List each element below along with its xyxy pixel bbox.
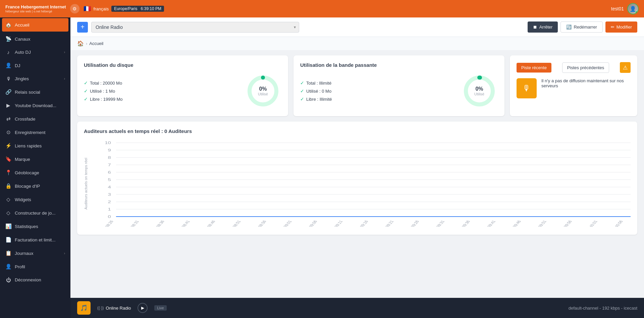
jingles-icon: 🎙 [5, 76, 11, 82]
restart-label: Redémarrer [574, 25, 597, 30]
disk-free-label: Libre : 19999 Mo [90, 97, 123, 102]
sidebar-item-accueil[interactable]: 🏠 Accueil [2, 18, 68, 32]
sidebar-item-jingles[interactable]: 🎙 Jingles › [0, 72, 70, 85]
svg-text:2023/07/30 18:38:46: 2023/07/30 18:38:46 [191, 220, 216, 227]
check-circle-icon: ✓ [84, 80, 88, 86]
sidebar-item-label: Facturation et limit... [15, 237, 56, 242]
sidebar-item-label: Marque [15, 157, 30, 162]
deconnexion-icon: ⏻ [5, 277, 11, 283]
sidebar-item-label: Enregistrement [15, 130, 46, 135]
disk-total: ✓ Total : 20000 Mo [84, 80, 123, 86]
sidebar-item-label: Jingles [15, 76, 29, 81]
sidebar-item-label: Accueil [15, 22, 30, 28]
sidebar-item-journaux[interactable]: 📋 Journaux › [0, 246, 70, 260]
sidebar-item-label: Journaux [15, 251, 34, 256]
sidebar-item-statistiques[interactable]: 📊 Statistiques [0, 220, 70, 233]
sidebar-item-dj[interactable]: 👤 DJ [0, 59, 70, 72]
bandwidth-total: ✓ Total : Illimité [300, 80, 332, 86]
no-broadcast-message: Il n'y a pas de diffusion maintenant sur… [541, 78, 624, 88]
restart-button[interactable]: 🔄 Redémarrer [560, 21, 602, 33]
sidebar-item-youtube[interactable]: ▶ Youtube Download... [0, 99, 70, 112]
svg-text:2023/07/30 18:38:41: 2023/07/30 18:38:41 [165, 220, 191, 227]
stop-icon: ⏹ [533, 25, 537, 30]
player-play-button[interactable]: ▶ [138, 303, 148, 313]
svg-text:2023/07/30 18:38:26: 2023/07/30 18:38:26 [91, 220, 114, 227]
language-label: français [94, 6, 109, 11]
topbar: France Hebergement Internet hébergeur si… [0, 0, 644, 17]
disk-used: ✓ Utilisé : 1 Mo [84, 88, 123, 94]
chevron-right-icon: › [64, 50, 65, 54]
add-station-button[interactable]: + [77, 22, 88, 33]
chart-wrapper: 10 9 8 7 6 5 4 3 2 1 0 [91, 139, 631, 228]
player-channel-info: default-channel - 192 kbps - icecast [569, 306, 637, 311]
topbar-info: 🇫🇷 français Europe/Paris 6:39:10 PM [84, 5, 164, 12]
sidebar-item-autodj[interactable]: ♪ Auto DJ › [0, 46, 70, 59]
disk-donut-label: 0% Utilisé [258, 86, 268, 96]
sidebar-item-geoblocage[interactable]: 📍 Géoblocage [0, 166, 70, 179]
sidebar-item-relais[interactable]: 🔗 Relais social [0, 85, 70, 99]
sidebar-item-crossfade[interactable]: ⇄ Crossfade [0, 112, 70, 126]
autodj-icon: ♪ [5, 49, 11, 55]
svg-text:4: 4 [108, 185, 111, 189]
username-label: test01 [611, 6, 624, 11]
svg-text:2023/07/30 18:38:51: 2023/07/30 18:38:51 [216, 220, 241, 227]
bandwidth-card: Utilisation de la bande passante ✓ Total… [293, 55, 504, 116]
disk-usage-title: Utilisation du disque [84, 62, 281, 68]
tab-previous-tracks[interactable]: Pistes précédentes [562, 62, 609, 73]
disk-donut-chart: 0% Utilisé [245, 73, 281, 109]
check-circle-icon: ✓ [300, 96, 304, 102]
bandwidth-free-label: Libre : Illimité [306, 97, 332, 102]
audience-chart-svg: 10 9 8 7 6 5 4 3 2 1 0 [91, 139, 631, 227]
bottom-player: 🎵 ((·)) Online Radio ▶ Live default-chan… [70, 298, 644, 318]
sidebar-item-canaux[interactable]: 📡 Canaux [0, 32, 70, 46]
station-select[interactable]: Online Radio [91, 22, 299, 33]
stop-button[interactable]: ⏹ Arrêter [528, 21, 558, 33]
timezone-text: Europe/Paris [114, 6, 137, 11]
svg-text:2: 2 [108, 200, 111, 204]
geoblocage-icon: 📍 [5, 170, 11, 176]
disk-usage-content: ✓ Total : 20000 Mo ✓ Utilisé : 1 Mo ✓ Li… [84, 73, 281, 109]
chart-container: Auditeurs actuels on temps réel [84, 139, 631, 228]
sidebar-item-label: Widgets [15, 197, 31, 202]
sidebar-item-label: Géoblocage [15, 170, 39, 175]
home-breadcrumb-icon[interactable]: 🏠 [77, 40, 84, 47]
sidebar-item-label: Constructeur de jo... [15, 211, 56, 216]
sidebar-item-label: Youtube Download... [15, 103, 56, 108]
constructeur-icon: ◇ [5, 210, 11, 216]
topbar-right: test01 👤 [611, 3, 639, 14]
svg-text:2023/07/30 18:38:36: 2023/07/30 18:38:36 [140, 220, 165, 227]
svg-text:2023/07/30 18:39:26: 2023/07/30 18:39:26 [395, 220, 420, 227]
journaux-icon: 📋 [5, 250, 11, 256]
check-circle-icon: ✓ [84, 96, 88, 102]
bandwidth-used-label: Utilisé : 0 Mo [306, 89, 331, 94]
svg-text:2023/07/30 18:39:36: 2023/07/30 18:39:36 [446, 220, 471, 227]
sidebar-item-widgets[interactable]: ◇ Widgets [0, 193, 70, 206]
bandwidth-content: ✓ Total : Illimité ✓ Utilisé : 0 Mo ✓ Li… [300, 73, 498, 109]
track-content: 🎙 Il n'y a pas de diffusion maintenant s… [517, 78, 631, 98]
sidebar-item-constructeur[interactable]: ◇ Constructeur de jo... [0, 206, 70, 220]
online-indicator [635, 11, 638, 14]
sidebar-item-blocage-ip[interactable]: 🔒 Blocage d'IP [0, 179, 70, 193]
sidebar-item-label: Canaux [15, 37, 31, 42]
sidebar-item-label: Auto DJ [15, 50, 31, 55]
breadcrumb-current: Accueil [89, 41, 103, 46]
alert-icon[interactable]: ⚠ [620, 62, 631, 73]
enregistrement-icon: ⊙ [5, 129, 11, 135]
tab-recent-track[interactable]: Piste récente [517, 63, 551, 73]
sidebar-item-facturation[interactable]: 📄 Facturation et limit... [0, 233, 70, 246]
sidebar-item-enregistrement[interactable]: ⊙ Enregistrement [0, 126, 70, 139]
sidebar-item-profil[interactable]: 👤 Profil [0, 260, 70, 273]
sidebar-item-marque[interactable]: 🔖 Marque [0, 152, 70, 166]
settings-icon[interactable]: ⚙ [70, 4, 79, 13]
content-area: + Online Radio ▾ ⏹ Arrêter 🔄 Redémarrer … [70, 17, 644, 318]
modify-button[interactable]: ✏ Modifier [605, 21, 637, 33]
music-icon: 🎵 [80, 304, 88, 312]
disk-percent: 0% [258, 86, 268, 92]
svg-text:6: 6 [108, 170, 111, 174]
sidebar-item-label: Blocage d'IP [15, 184, 40, 189]
logo-text: France Hebergement Internet [5, 4, 66, 10]
avatar[interactable]: 👤 [627, 3, 639, 14]
svg-text:2023/07/30 18:39:16: 2023/07/30 18:39:16 [344, 220, 369, 227]
sidebar-item-liens[interactable]: ⚡ Liens rapides [0, 139, 70, 152]
sidebar-item-deconnexion[interactable]: ⏻ Déconnexion [0, 273, 70, 286]
